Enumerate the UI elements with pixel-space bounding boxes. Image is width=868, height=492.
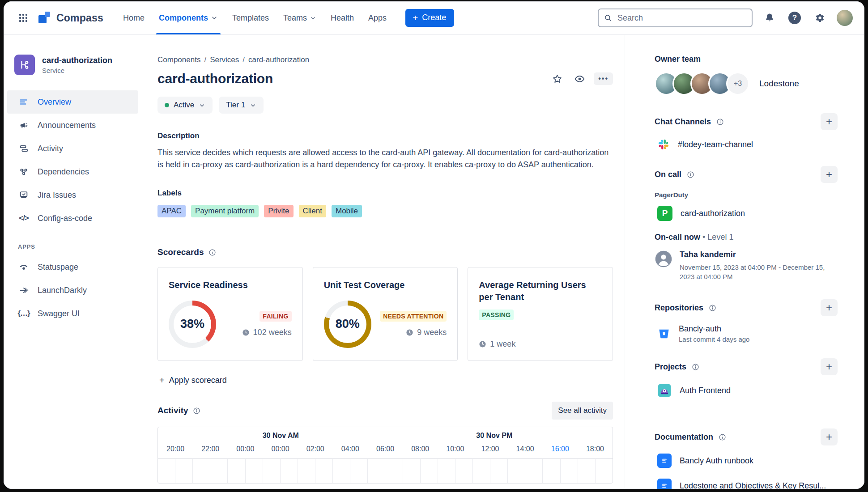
- timeline-cell[interactable]: [385, 459, 403, 483]
- on-call-heading: On call: [655, 170, 681, 179]
- add-repository-button[interactable]: +: [821, 299, 838, 316]
- info-icon[interactable]: [692, 363, 699, 371]
- timeline-cell[interactable]: [403, 459, 421, 483]
- search-input[interactable]: [617, 13, 746, 23]
- repository-link[interactable]: Bancly-auth: [679, 324, 749, 334]
- info-icon[interactable]: [716, 118, 724, 126]
- timeline-cell[interactable]: [210, 459, 228, 483]
- timeline-cell[interactable]: [508, 459, 525, 483]
- label-tag[interactable]: Privite: [264, 205, 293, 217]
- timeline-cell[interactable]: [158, 459, 175, 483]
- team-name-link[interactable]: Lodestone: [759, 79, 799, 89]
- info-icon[interactable]: [208, 249, 216, 256]
- scorecard-avg-returning-users[interactable]: Average Returning Users per Tenant PASSI…: [468, 267, 613, 361]
- tier-dropdown[interactable]: Tier 1: [219, 97, 264, 114]
- nav-item-teams[interactable]: Teams: [276, 1, 323, 34]
- timeline-cell[interactable]: [333, 459, 350, 483]
- scorecard-unit-test-coverage[interactable]: Unit Test Coverage 80% NEEDS ATTENTION 9…: [313, 267, 458, 361]
- timeline-cell[interactable]: [263, 459, 281, 483]
- sidebar-item-jira-issues[interactable]: Jira Issues: [7, 183, 138, 207]
- sidebar-item-announcements[interactable]: Announcements: [7, 114, 138, 137]
- document-icon: [657, 479, 672, 489]
- documentation-link[interactable]: Lodestone and Objectives & Key Resul...: [680, 481, 826, 489]
- breadcrumb-components[interactable]: Components: [157, 55, 200, 64]
- create-button[interactable]: + Create: [405, 9, 454, 27]
- sidebar-item-statuspage[interactable]: Statuspage: [7, 255, 138, 279]
- timeline-cell[interactable]: [525, 459, 543, 483]
- timeline-cell[interactable]: [578, 459, 596, 483]
- status-dot-icon: [165, 103, 169, 107]
- watch-button[interactable]: [571, 71, 587, 87]
- pagerduty-service-link[interactable]: card-authorization: [681, 209, 745, 218]
- app-switcher-icon[interactable]: [14, 9, 32, 27]
- info-icon[interactable]: [709, 304, 716, 312]
- service-component-icon: [14, 55, 35, 75]
- add-documentation-button[interactable]: +: [821, 428, 838, 445]
- timeline-cell[interactable]: [561, 459, 578, 483]
- timeline-cell[interactable]: [490, 459, 508, 483]
- see-all-activity-button[interactable]: See all activity: [552, 402, 613, 420]
- notifications-button[interactable]: [762, 10, 778, 26]
- timeline-cell[interactable]: [596, 459, 613, 483]
- add-project-button[interactable]: +: [821, 358, 838, 375]
- user-avatar[interactable]: [837, 10, 853, 26]
- label-tag[interactable]: Payment platform: [191, 205, 259, 217]
- timeline-cell[interactable]: [193, 459, 210, 483]
- duration: 102 weeks: [242, 328, 292, 337]
- timeline-cell[interactable]: [350, 459, 368, 483]
- nav-item-components[interactable]: Components: [152, 1, 225, 34]
- timeline-cell[interactable]: [421, 459, 438, 483]
- info-icon[interactable]: [193, 407, 200, 415]
- nav-item-templates[interactable]: Templates: [225, 1, 276, 34]
- sidebar-item-swagger-ui[interactable]: {…} Swagger UI: [7, 302, 138, 325]
- on-call-person-name[interactable]: Taha kandemir: [680, 250, 827, 259]
- more-actions-button[interactable]: •••: [594, 72, 613, 85]
- timeline-cell[interactable]: [315, 459, 333, 483]
- timeline-cell[interactable]: [368, 459, 385, 483]
- add-chat-channel-button[interactable]: +: [821, 113, 838, 130]
- project-link[interactable]: Auth Frontend: [680, 386, 731, 395]
- sidebar-item-launchdarkly[interactable]: LaunchDarkly: [7, 279, 138, 302]
- timeline-cell[interactable]: [228, 459, 245, 483]
- timeline-cell[interactable]: [473, 459, 490, 483]
- chevron-down-icon: [250, 102, 256, 109]
- nav-item-health[interactable]: Health: [323, 1, 361, 34]
- global-search[interactable]: [598, 8, 753, 27]
- description-heading: Description: [157, 131, 613, 140]
- sidebar-item-overview[interactable]: Overview: [7, 90, 138, 114]
- nav-item-apps[interactable]: Apps: [361, 1, 394, 34]
- pagerduty-service-row: P card-authorization: [657, 206, 838, 221]
- chat-channel-link[interactable]: #lodey-team-channel: [678, 140, 753, 149]
- info-icon[interactable]: [719, 433, 726, 441]
- breadcrumb-services[interactable]: Services: [204, 55, 239, 64]
- timeline-cell[interactable]: [298, 459, 315, 483]
- help-button[interactable]: ?: [787, 10, 803, 26]
- label-tag[interactable]: APAC: [157, 205, 186, 217]
- label-tag[interactable]: Mobile: [332, 205, 362, 217]
- timeline-cell[interactable]: [455, 459, 473, 483]
- timeline-cell[interactable]: [438, 459, 455, 483]
- settings-button[interactable]: [812, 10, 828, 26]
- documentation-link[interactable]: Bancly Auth runbook: [680, 456, 753, 466]
- info-icon[interactable]: [687, 171, 694, 178]
- sidebar-item-activity[interactable]: Activity: [7, 137, 138, 160]
- sidebar-item-dependencies[interactable]: Dependencies: [7, 160, 138, 183]
- timeline-cell[interactable]: [246, 459, 263, 483]
- timeline-cell[interactable]: [175, 459, 193, 483]
- extra-members-count[interactable]: +3: [726, 72, 749, 95]
- apply-scorecard-button[interactable]: + Apply scorecard: [157, 373, 229, 388]
- star-button[interactable]: [549, 71, 565, 87]
- chat-channel-row: #lodey-team-channel: [657, 138, 838, 151]
- sidebar-item-config-as-code[interactable]: </> Config-as-code: [7, 207, 138, 230]
- scorecard-service-readiness[interactable]: Service Readiness 38% FAILING 102 weeks: [157, 267, 303, 361]
- compass-logo[interactable]: Compass: [38, 11, 103, 25]
- label-tag[interactable]: Client: [299, 205, 326, 217]
- status-badge: FAILING: [260, 311, 291, 322]
- nav-item-home[interactable]: Home: [116, 1, 152, 34]
- timeline-cell[interactable]: [543, 459, 560, 483]
- status-dropdown[interactable]: Active: [157, 97, 213, 114]
- add-on-call-button[interactable]: +: [821, 166, 838, 183]
- page-title: card-authorization: [157, 71, 273, 86]
- timeline-cell[interactable]: [281, 459, 298, 483]
- clock-icon: [406, 329, 413, 336]
